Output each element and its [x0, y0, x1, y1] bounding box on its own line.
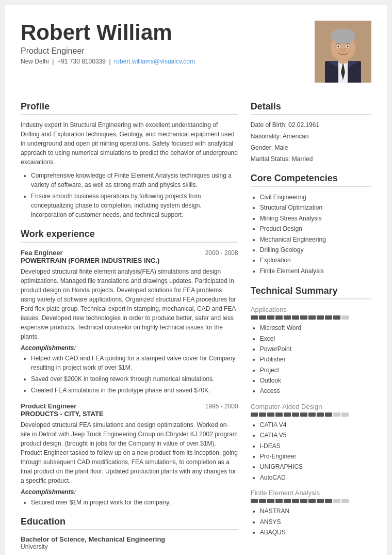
job-1-description: Developed structural finite element anal…	[21, 267, 238, 341]
right-column: Details Date of Birth: 02.02.1961 Nation…	[251, 92, 371, 550]
tech-fea-title: Finite Element Analysis	[251, 489, 371, 497]
detail-dob: Date of Birth: 02.02.1961	[251, 120, 371, 130]
resume-header: Robert William Product Engineer New Delh…	[21, 21, 371, 83]
cad-dot-8	[308, 413, 316, 417]
candidate-name: Robert William	[21, 21, 304, 44]
job-1-company: POWERTRAIN (FORMER INDUSTRIES INC.)	[21, 257, 238, 264]
fea-dot-4	[275, 499, 283, 503]
tech-cad-title: Computer-Aided Design	[251, 403, 371, 410]
detail-gender: Gender: Male	[251, 143, 371, 152]
job-1-accomplishments: Helped with CAD and FEA quoting for a st…	[21, 354, 238, 395]
cad-dot-12	[341, 413, 349, 417]
job-2-header: Product Engineer 1995 - 2000	[21, 402, 238, 410]
candidate-contact: New Delhi | +91 730 8100339 | robert.wil…	[21, 58, 304, 65]
header-left: Robert William Product Engineer New Delh…	[21, 21, 304, 65]
profile-bullet-1: Comprehensive knowledge of Finite Elemen…	[31, 171, 238, 189]
work-experience-section-title: Work experience	[21, 229, 238, 243]
cad-dot-2	[259, 413, 266, 417]
cad-dot-11	[333, 413, 340, 417]
fea-dot-10	[325, 499, 332, 503]
fea-dot-1	[251, 499, 258, 503]
fea-item-2: ANSYS	[260, 517, 371, 527]
edu-school-1: University	[21, 543, 238, 550]
core-competencies-section-title: Core Competencies	[251, 173, 371, 187]
cad-list: CATIA V4 CATIA V5 I-DEAS Pro-Engineer UN…	[251, 420, 371, 483]
competency-4: Product Design	[260, 224, 371, 234]
job-2-title: Product Engineer	[21, 402, 76, 410]
cad-dot-1	[251, 413, 258, 417]
cad-item-4: Pro-Engineer	[260, 451, 371, 462]
dot-2	[259, 315, 266, 320]
details-section-title: Details	[251, 101, 371, 115]
cad-dot-6	[292, 413, 299, 417]
job-2-accomplishments-label: Accomplishments:	[21, 488, 238, 496]
fea-item-1: NASTRAN	[260, 506, 371, 516]
profile-bullet-2: Ensure smooth business operations by fol…	[31, 192, 238, 219]
email-link[interactable]: robert.williams@visualcv.com	[114, 58, 195, 65]
applications-list: Microsoft Word Excel PowerPoint Publishe…	[251, 323, 371, 397]
job-1-title: Fea Engineer	[21, 249, 63, 257]
dot-8	[308, 315, 316, 320]
app-item-4: Publisher	[260, 354, 371, 364]
fea-dot-8	[308, 499, 316, 503]
competency-7: Exploration	[260, 255, 371, 265]
cad-dot-7	[300, 413, 307, 417]
left-column: Profile Industry expert in Structural En…	[21, 92, 238, 550]
fea-dot-11	[333, 499, 340, 503]
dot-1	[251, 315, 258, 320]
tech-applications: Applications Microsoft Word	[251, 306, 371, 397]
competency-3: Mining Stress Analysis	[260, 213, 371, 224]
tech-cad: Computer-Aided Design CATIA V4	[251, 403, 371, 483]
app-item-2: Excel	[260, 334, 371, 344]
detail-nationality: Nationality: American	[251, 132, 371, 141]
cad-item-3: I-DEAS	[260, 441, 371, 451]
fea-item-3: ABAQUS	[260, 527, 371, 537]
dot-4	[275, 315, 283, 320]
cad-item-2: CATIA V5	[260, 430, 371, 440]
two-column-layout: Profile Industry expert in Structural En…	[21, 92, 371, 550]
cad-dot-5	[284, 413, 291, 417]
cad-dot-10	[325, 413, 332, 417]
cad-dot-9	[317, 413, 324, 417]
fea-dot-7	[300, 499, 307, 503]
competency-list: Civil Engineering Structural Optimizatio…	[251, 192, 371, 276]
job-1-acc-2: Saved over $200K in tooling rework throu…	[31, 374, 238, 384]
cad-dot-4	[275, 413, 283, 417]
job-1-acc-3: Created FEA simulations in the prototype…	[31, 386, 238, 395]
svg-point-12	[337, 45, 339, 47]
applications-skill-bar	[251, 315, 371, 320]
dot-11	[333, 315, 340, 320]
app-item-5: Project	[260, 365, 371, 375]
job-1-header: Fea Engineer 2000 - 2008	[21, 249, 238, 257]
app-item-7: Access	[260, 386, 371, 396]
job-1-acc-1: Helped with CAD and FEA quoting for a st…	[31, 354, 238, 372]
technical-summary-section-title: Technical Summary	[251, 286, 371, 299]
fea-dot-5	[284, 499, 291, 503]
competency-6: Drilling Geology	[260, 245, 371, 255]
profile-bullets: Comprehensive knowledge of Finite Elemen…	[21, 171, 238, 219]
dot-3	[267, 315, 274, 320]
cad-skill-bar	[251, 413, 371, 417]
dot-10	[325, 315, 332, 320]
candidate-photo	[315, 21, 371, 83]
fea-dot-9	[317, 499, 324, 503]
job-2-dates: 1995 - 2000	[205, 403, 238, 410]
dot-6	[292, 315, 299, 320]
job-2-acc-1: Secured over $1M in project work for the…	[31, 498, 238, 507]
cad-item-5: UNIGRAPHICS	[260, 462, 371, 472]
edu-degree-1: Bachelor of Science, Mechanical Engineer…	[21, 535, 238, 543]
job-2-accomplishments: Secured over $1M in project work for the…	[21, 498, 238, 507]
fea-dot-3	[267, 499, 274, 503]
fea-skill-bar	[251, 499, 371, 503]
dot-9	[317, 315, 324, 320]
education-section-title: Education	[21, 516, 238, 530]
svg-point-13	[347, 45, 349, 47]
dot-7	[300, 315, 307, 320]
job-1-dates: 2000 - 2008	[205, 249, 238, 257]
dot-12	[341, 315, 349, 320]
cad-item-1: CATIA V4	[260, 420, 371, 430]
competency-2: Structural Optimization	[260, 202, 371, 213]
fea-dot-2	[259, 499, 266, 503]
job-1-accomplishments-label: Accomplishments:	[21, 344, 238, 352]
job-2-company: PRODUCTS - CITY, STATE	[21, 410, 238, 418]
